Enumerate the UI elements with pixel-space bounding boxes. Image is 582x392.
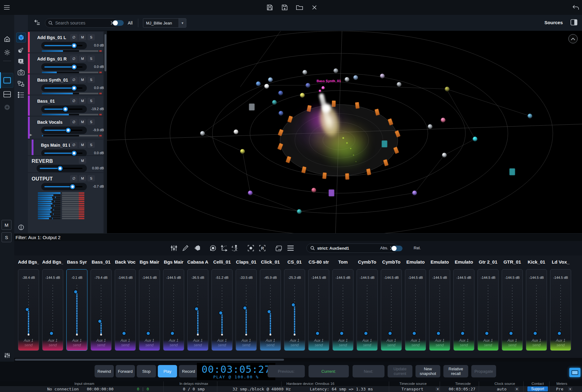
speaker-object[interactable] <box>286 156 291 163</box>
save-icon[interactable] <box>265 3 274 12</box>
strip-fader-box[interactable]: -144.5 dB Aux 1 send <box>429 269 450 351</box>
settings-gear-icon[interactable] <box>2 47 12 57</box>
room-tool-icon[interactable] <box>192 243 202 253</box>
play-button[interactable]: Play <box>158 365 177 377</box>
strip-fader-knob[interactable] <box>98 320 101 323</box>
strip-fader-knob[interactable] <box>195 307 198 310</box>
tc-source-dropdown-icon[interactable]: ▼ <box>436 387 440 391</box>
reverb-row[interactable]: REVERB M 0.00 dB <box>28 156 103 172</box>
close-project-icon[interactable] <box>310 3 319 12</box>
split-view-icon[interactable] <box>2 89 12 99</box>
output-slider[interactable] <box>41 183 87 190</box>
strip-fader-knob[interactable] <box>364 332 367 335</box>
source-phase-button[interactable]: ∅ <box>70 34 78 40</box>
new-snapshot-button[interactable]: New snapshot <box>415 365 440 377</box>
source-solo-button[interactable]: S <box>87 77 95 83</box>
expand-children-icon[interactable]: ▶ <box>30 133 32 136</box>
strip-fader-box[interactable]: -144.5 dB Aux 1 send <box>478 269 499 351</box>
source-mute-button[interactable]: M <box>79 119 86 125</box>
source-phase-button[interactable]: ∅ <box>70 56 78 62</box>
reverb-slider[interactable] <box>37 165 87 172</box>
source-phase-button[interactable]: ∅ <box>70 142 78 148</box>
strip-fader-box[interactable]: -144.5 dB Aux 1 send <box>405 269 426 351</box>
collapse-panel-icon[interactable] <box>34 19 42 26</box>
output-solo-button[interactable]: S <box>87 175 95 181</box>
output-mute-button[interactable]: M <box>79 175 86 181</box>
scene-canvas[interactable] <box>107 31 582 233</box>
strip-fader-knob[interactable] <box>147 332 150 335</box>
update-current-button[interactable]: Update current <box>388 365 412 377</box>
strip-fader-knob[interactable] <box>74 290 77 293</box>
strip-fader-knob[interactable] <box>50 332 53 335</box>
relative-recall-button[interactable]: Relative recall <box>443 365 468 377</box>
previous-snapshot-button[interactable]: Previous: <box>268 365 305 377</box>
tc-source-value[interactable]: Transport <box>402 387 423 391</box>
source-gain-slider[interactable] <box>41 127 87 134</box>
clock-dropdown-icon[interactable]: ▼ <box>515 387 519 391</box>
stop-button[interactable]: Stop <box>137 365 156 377</box>
speaker-object[interactable] <box>322 172 327 179</box>
meters-mode-value[interactable]: Pre <box>556 387 563 391</box>
home-icon[interactable] <box>2 34 12 44</box>
source-row[interactable]: Add Bgs_01 R∅MS 0.0 dB <box>28 53 103 74</box>
speaker-object[interactable] <box>345 173 349 180</box>
orbit-tool-icon[interactable] <box>208 243 218 253</box>
abs-rel-toggle[interactable] <box>391 246 402 251</box>
axis-tool-icon[interactable] <box>220 243 229 253</box>
strip-fader-knob[interactable] <box>122 332 126 335</box>
source-phase-button[interactable]: ∅ <box>70 77 78 83</box>
strip-fader-box[interactable]: -144.5 dB Aux 1 send <box>139 269 160 351</box>
strip-fader-box[interactable]: -144.5 dB Aux 1 send <box>550 269 571 351</box>
strip-fader-box[interactable]: -144.5 dB Aux 1 send <box>332 269 353 351</box>
strip-fader-box[interactable]: -36.5 dB Aux 1 send <box>187 269 208 351</box>
scene-collapse-button[interactable] <box>568 34 578 43</box>
strip-fader-knob[interactable] <box>534 332 537 335</box>
recall-focus-tool-icon[interactable]: R <box>258 243 267 253</box>
project-dropdown[interactable]: MJ_Billie Jean ▼ <box>143 18 186 28</box>
source-row[interactable]: Add Bgs_01 L∅MS 0.0 dB <box>28 32 103 52</box>
output-row[interactable]: OUTPUT ∅ M S -0.7 dB <box>28 173 103 233</box>
single-view-icon[interactable] <box>2 75 12 85</box>
master-mute-button[interactable]: M <box>2 220 11 230</box>
all-sources-toggle[interactable] <box>113 20 124 26</box>
strip-fader-box[interactable]: -144.5 dB Aux 1 send <box>502 269 523 351</box>
mixer-icon[interactable] <box>2 350 12 360</box>
strip-fader-box[interactable]: -144.5 dB Aux 1 send <box>526 269 547 351</box>
strip-fader-box[interactable]: -79.4 dB Aux 1 send <box>91 269 112 351</box>
strip-fader-box[interactable]: -25.3 dB Aux 1 send <box>284 269 305 351</box>
strip-fader-knob[interactable] <box>413 332 416 335</box>
strip-fader-box[interactable]: -144.5 dB Aux 1 send <box>115 269 136 351</box>
source-gain-slider[interactable] <box>41 42 87 49</box>
clock-source-value[interactable]: auto <box>497 387 506 391</box>
strip-fader-knob[interactable] <box>485 332 488 335</box>
search-sources-input[interactable]: Search sources <box>45 18 118 28</box>
strip-fader-knob[interactable] <box>509 332 513 335</box>
source-mute-button[interactable]: M <box>79 56 86 62</box>
strip-fader-box[interactable]: -144.5 dB Aux 1 send <box>357 269 378 351</box>
speaker-object[interactable] <box>332 100 336 107</box>
forward-button[interactable]: Forward <box>116 365 135 377</box>
output-phase-button[interactable]: ∅ <box>70 175 78 181</box>
source-solo-button[interactable]: S <box>87 34 95 40</box>
current-snapshot-button[interactable]: Current: <box>309 365 349 377</box>
source-solo-button[interactable]: S <box>87 142 95 148</box>
strip-fader-box[interactable]: -0.1 dB Aux 1 send <box>66 269 87 351</box>
strip-fader-knob[interactable] <box>26 308 29 311</box>
focus-tool-icon[interactable] <box>246 243 255 253</box>
faders-tool-icon[interactable] <box>169 243 179 253</box>
strip-fader-box[interactable]: -144.5 dB Aux 1 send <box>381 269 402 351</box>
vertical-split-icon[interactable] <box>16 222 26 232</box>
routing-icon[interactable] <box>16 79 26 89</box>
source-gain-slider[interactable] <box>41 63 87 71</box>
source-row[interactable]: Bgs Main_01 L∅MS 0.0 dB <box>28 140 103 155</box>
speaker-box-object[interactable] <box>329 189 334 196</box>
save-as-icon[interactable] <box>280 3 289 12</box>
strip-fader-box[interactable]: -144.5 dB Aux 1 send <box>163 269 184 351</box>
menu-icon[interactable] <box>2 3 11 12</box>
list-icon[interactable] <box>16 90 26 100</box>
propagate-button[interactable]: Propagate <box>471 365 496 377</box>
source-solo-button[interactable]: S <box>87 56 95 62</box>
strip-fader-box[interactable]: -144.5 dB Aux 1 send <box>42 269 63 351</box>
strip-fader-knob[interactable] <box>243 306 247 310</box>
strip-fader-box[interactable]: -38.4 dB Aux 1 send <box>18 269 39 351</box>
